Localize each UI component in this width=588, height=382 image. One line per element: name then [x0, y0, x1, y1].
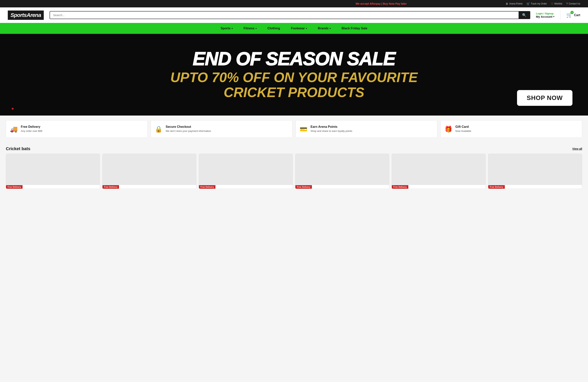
account-chevron-icon: ▾ [553, 15, 554, 18]
free-delivery-badge: Free Delivery [295, 185, 312, 189]
product-card[interactable]: Free Delivery [488, 154, 582, 189]
cart-badge: 0 [570, 11, 574, 14]
wishlist-label: Wishlist [554, 2, 562, 5]
arena-points-label: Arena Points [509, 2, 523, 5]
hero-carousel-dot[interactable] [12, 108, 14, 110]
my-account-button[interactable]: My Account ▾ [536, 15, 554, 18]
track-order-link[interactable]: 🛒 Track my Order [526, 2, 547, 5]
hero-banner: END OF SEASON SALE UPTO 70% OFF ON YOUR … [0, 34, 588, 116]
cricket-section-title: Cricket bats [6, 146, 30, 151]
header-divider [560, 10, 560, 20]
login-signup-link[interactable]: Login / Signup [536, 12, 554, 15]
free-delivery-badge: Free Delivery [199, 185, 215, 189]
track-order-label: Track my Order [531, 2, 547, 5]
hero-subtitle: UPTO 70% OFF ON YOUR FAVOURITE CRICKET P… [170, 70, 418, 100]
wishlist-link[interactable]: ♡ Wishlist [551, 2, 562, 5]
product-image [392, 154, 485, 185]
product-card[interactable]: Free Delivery [295, 154, 389, 189]
gift-card-icon: 🎁 [444, 126, 452, 133]
wishlist-icon: ♡ [551, 2, 553, 5]
arena-points-link[interactable]: 🖥 Arena Points [505, 2, 523, 5]
cart-icon-wrap: 🛒 0 [566, 12, 572, 18]
earn-points-icon: 💳 [300, 126, 307, 133]
search-icon: 🔍 [522, 13, 526, 17]
free-delivery-badge: Free Delivery [392, 185, 408, 189]
nav-sports[interactable]: Sports ▾ [215, 23, 238, 34]
product-card[interactable]: Free Delivery [392, 154, 486, 189]
track-order-icon: 🛒 [526, 2, 530, 5]
nav-footwear[interactable]: Footwear ▾ [285, 23, 312, 34]
features-section: 🚚 Free Delivery Any order over $99 🔒 Sec… [0, 116, 588, 142]
secure-checkout-icon: 🔒 [155, 126, 163, 133]
cart-label: Cart [574, 13, 580, 17]
feature-earn-points: 💳 Earn Arena Points Shop and share to ea… [295, 120, 437, 138]
search-button[interactable]: 🔍 [519, 11, 530, 19]
cricket-section-header: Cricket bats View all [0, 142, 588, 154]
shop-now-button[interactable]: SHOP NOW [517, 90, 572, 106]
product-card[interactable]: Free Delivery [199, 154, 293, 189]
logo[interactable]: SportsArena [8, 11, 44, 20]
nav-brands[interactable]: Brands ▾ [313, 23, 336, 34]
sports-chevron-icon: ▾ [231, 27, 233, 30]
fitness-chevron-icon: ▾ [255, 27, 257, 30]
free-delivery-badge: Free Delivery [103, 185, 119, 189]
search-input[interactable] [50, 11, 518, 19]
brands-chevron-icon: ▾ [330, 27, 331, 30]
delivery-truck-icon: 🚚 [10, 126, 18, 133]
product-card[interactable]: Free Delivery [6, 154, 100, 189]
contact-us-link[interactable]: ? Contact Us [566, 2, 580, 5]
nav-clothing[interactable]: Clothing [262, 23, 286, 34]
contact-us-label: Contact Us [569, 2, 580, 5]
contact-us-icon: ? [566, 2, 568, 5]
feature-gift-card: 🎁 Gift Card Now Available [441, 120, 582, 138]
search-bar: 🔍 [50, 11, 530, 19]
product-image [488, 154, 582, 185]
products-row: Free Delivery Free Delivery Free Deliver… [0, 154, 588, 195]
feature-earn-points-text: Earn Arena Points Shop and share to earn… [311, 125, 352, 133]
top-bar: We accept Afterpay | Buy Now Pay later 🖥… [0, 0, 588, 7]
account-section: Login / Signup My Account ▾ [536, 12, 554, 18]
product-image [6, 154, 100, 185]
feature-free-delivery: 🚚 Free Delivery Any order over $99 [6, 120, 147, 138]
feature-secure-checkout-text: Secure Checkout We don't store your paym… [166, 125, 211, 133]
product-card[interactable]: Free Delivery [102, 154, 196, 189]
feature-secure-checkout: 🔒 Secure Checkout We don't store your pa… [151, 120, 293, 138]
feature-free-delivery-text: Free Delivery Any order over $99 [21, 125, 42, 133]
footwear-chevron-icon: ▾ [306, 27, 307, 30]
cart-button[interactable]: 🛒 0 Cart [566, 12, 580, 18]
view-all-link[interactable]: View all [572, 147, 582, 150]
product-image [295, 154, 389, 185]
free-delivery-badge: Free Delivery [6, 185, 22, 189]
product-image [103, 154, 196, 185]
feature-gift-card-text: Gift Card Now Available [455, 125, 471, 133]
nav-black-friday[interactable]: Black Friday Sale [336, 23, 373, 34]
top-bar-links: 🖥 Arena Points 🛒 Track my Order ♡ Wishli… [505, 2, 580, 5]
promo-text: We accept Afterpay | Buy Now Pay later [257, 2, 505, 5]
product-image [199, 154, 293, 185]
nav-fitness[interactable]: Fitness ▾ [238, 23, 262, 34]
header: SportsArena 🔍 Login / Signup My Account … [0, 7, 588, 23]
hero-title-line1: END OF SEASON SALE [193, 49, 395, 68]
arena-points-icon: 🖥 [505, 2, 508, 5]
free-delivery-badge: Free Delivery [488, 185, 505, 189]
navbar: Sports ▾ Fitness ▾ Clothing Footwear ▾ B… [0, 23, 588, 34]
